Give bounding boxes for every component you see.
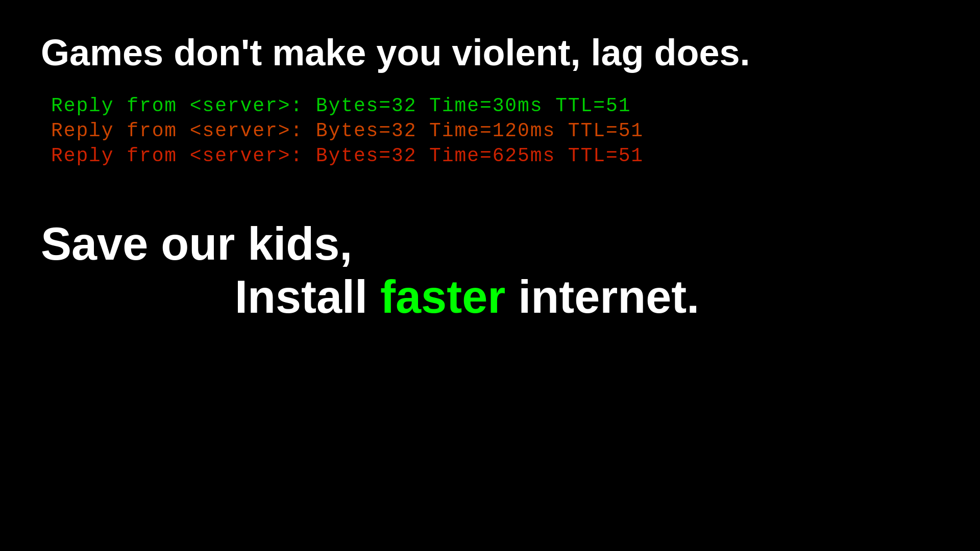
cta-block: Save our kids, Install faster internet. — [41, 218, 939, 323]
ping-line-2: Reply from <server>: Bytes=32 Time=120ms… — [51, 120, 939, 142]
ping-line-1: Reply from <server>: Bytes=32 Time=30ms … — [51, 95, 939, 117]
ping-line-3: Reply from <server>: Bytes=32 Time=625ms… — [51, 145, 939, 167]
ping-results-block: Reply from <server>: Bytes=32 Time=30ms … — [51, 95, 939, 167]
cta-line2: Install faster internet. — [235, 271, 699, 324]
tagline-heading: Games don't make you violent, lag does. — [41, 31, 939, 74]
cta-faster-highlight: faster — [380, 271, 505, 322]
cta-line1: Save our kids, — [41, 218, 352, 271]
cta-line2-prefix: Install — [235, 271, 380, 322]
cta-line2-suffix: internet. — [505, 271, 699, 322]
main-container: Games don't make you violent, lag does. … — [0, 0, 980, 551]
